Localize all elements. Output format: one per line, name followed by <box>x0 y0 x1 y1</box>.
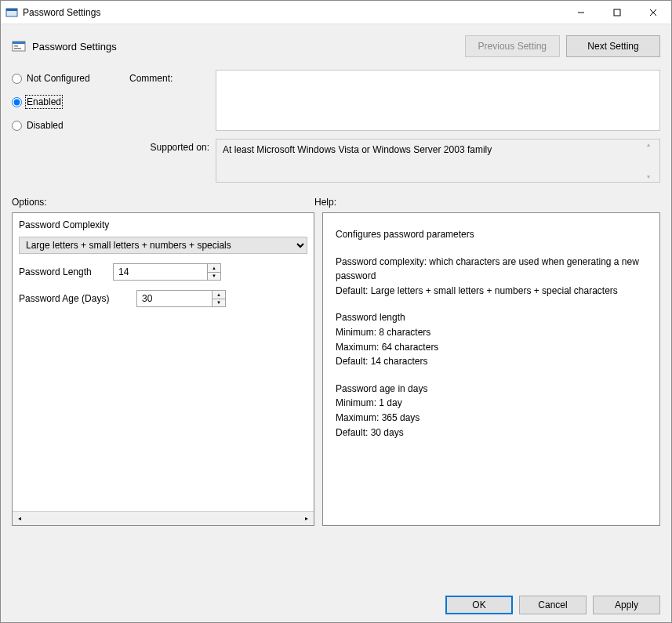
password-length-down[interactable]: ▼ <box>208 273 220 281</box>
help-paragraph-4: Password age in days Minimum: 1 day Maxi… <box>336 382 647 440</box>
apply-button[interactable]: Apply <box>593 596 660 614</box>
svg-rect-8 <box>14 45 18 47</box>
options-section-label: Options: <box>12 197 314 208</box>
ok-button[interactable]: OK <box>445 596 513 614</box>
svg-rect-9 <box>14 48 21 49</box>
previous-setting-button: Previous Setting <box>465 35 560 57</box>
minimize-button[interactable] <box>563 1 599 24</box>
password-length-stepper[interactable]: ▲ ▼ <box>113 263 221 281</box>
radio-not-configured-label: Not Configured <box>27 73 90 84</box>
options-pane: Password Complexity Large letters + smal… <box>12 212 314 526</box>
radio-enabled[interactable] <box>12 97 22 107</box>
help-paragraph-1: Configures password parameters <box>336 227 647 242</box>
close-button[interactable] <box>635 1 671 24</box>
supported-on-text: At least Microsoft Windows Vista or Wind… <box>223 144 492 155</box>
password-complexity-select[interactable]: Large letters + small letters + numbers … <box>19 237 307 254</box>
options-horizontal-scrollbar[interactable]: ◂ ▸ <box>13 511 314 525</box>
policy-icon <box>12 39 26 53</box>
scroll-right-icon[interactable]: ▸ <box>300 512 314 525</box>
comment-label: Comment: <box>129 70 216 131</box>
next-setting-button[interactable]: Next Setting <box>566 35 660 57</box>
password-length-input[interactable] <box>113 263 207 281</box>
window-icon <box>1 6 23 19</box>
radio-disabled[interactable] <box>12 121 22 131</box>
password-length-label: Password Length <box>19 266 104 277</box>
help-paragraph-2: Password complexity: which characters ar… <box>336 255 647 299</box>
maximize-button[interactable] <box>599 1 635 24</box>
radio-not-configured[interactable] <box>12 74 22 84</box>
svg-rect-3 <box>614 9 620 16</box>
window-title: Password Settings <box>23 7 563 18</box>
comment-input[interactable] <box>216 70 660 131</box>
scroll-left-icon[interactable]: ◂ <box>13 512 27 525</box>
password-complexity-label: Password Complexity <box>19 219 307 230</box>
password-age-up[interactable]: ▲ <box>212 291 225 299</box>
policy-title: Password Settings <box>32 41 459 53</box>
help-paragraph-3: Password length Minimum: 8 characters Ma… <box>336 310 647 368</box>
radio-disabled-label: Disabled <box>27 120 64 131</box>
window-titlebar: Password Settings <box>1 1 671 24</box>
password-age-down[interactable]: ▼ <box>212 299 225 307</box>
password-age-stepper[interactable]: ▲ ▼ <box>136 290 226 307</box>
password-length-up[interactable]: ▲ <box>208 264 220 273</box>
help-pane: Configures password parameters Password … <box>322 212 660 526</box>
password-age-label: Password Age (Days) <box>19 293 127 304</box>
password-age-input[interactable] <box>136 290 212 307</box>
help-section-label: Help: <box>314 197 336 208</box>
supported-on-value: At least Microsoft Windows Vista or Wind… <box>216 139 660 183</box>
supported-on-label: Supported on: <box>129 139 216 183</box>
svg-rect-7 <box>13 42 25 44</box>
cancel-button[interactable]: Cancel <box>519 596 587 614</box>
radio-enabled-label: Enabled <box>27 96 61 107</box>
svg-rect-1 <box>6 9 17 11</box>
